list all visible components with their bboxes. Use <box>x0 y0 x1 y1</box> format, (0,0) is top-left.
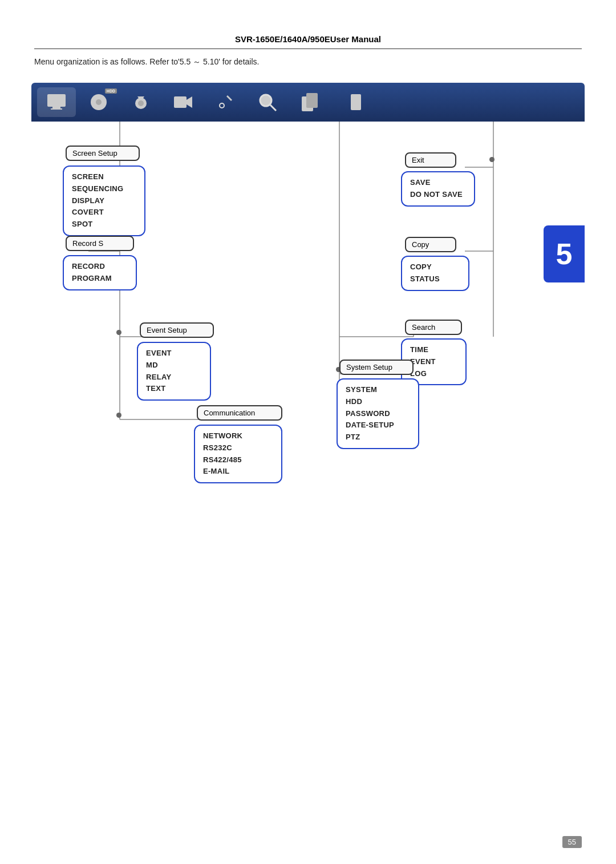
dot-comm <box>116 413 121 418</box>
svg-point-9 <box>260 95 271 106</box>
system-setup-submenu: SYSTEM HDD PASSWORD DATE-SETUP PTZ <box>337 378 419 449</box>
intro-text: Menu organization is as follows. Refer t… <box>34 57 259 67</box>
svg-rect-0 <box>47 94 66 107</box>
page-number: 55 <box>562 836 582 848</box>
exit-submenu: SAVE DO NOT SAVE <box>401 171 475 207</box>
svg-point-6 <box>138 100 144 106</box>
record-s-submenu: RECORD PROGRAM <box>63 255 137 290</box>
tools-icon[interactable] <box>206 87 245 117</box>
exit-header: Exit <box>405 152 456 168</box>
hdd-icon[interactable]: HDD <box>79 87 118 117</box>
menu-diagram: HDD <box>31 83 585 807</box>
copy-submenu: COPY STATUS <box>401 256 469 291</box>
search-zoom-icon[interactable] <box>248 87 287 117</box>
record-s-header: Record S <box>66 236 134 251</box>
svg-point-8 <box>220 103 224 108</box>
communication-submenu: NETWORK RS232C RS422/485 E-MAIL <box>194 425 282 483</box>
svg-rect-7 <box>174 96 187 108</box>
screen-setup-submenu: SCREEN SEQUENCING DISPLAY COVERT SPOT <box>63 165 145 236</box>
monitor-icon[interactable] <box>37 87 76 117</box>
dot-exit <box>489 157 495 162</box>
page-title: SVR-1650E/1640A/950EUser Manual <box>235 34 381 44</box>
copy-header: Copy <box>405 237 456 252</box>
record-icon[interactable] <box>164 87 202 117</box>
screen-setup-header: Screen Setup <box>66 146 140 161</box>
svg-rect-12 <box>306 93 318 108</box>
copy-toolbar-icon[interactable] <box>290 87 329 117</box>
svg-rect-1 <box>52 107 60 108</box>
hdd-badge: HDD <box>105 88 117 94</box>
svg-point-4 <box>96 99 102 105</box>
svg-rect-2 <box>51 108 62 110</box>
back-icon[interactable] <box>333 87 371 117</box>
chapter-tab: 5 <box>544 225 585 282</box>
svg-rect-13 <box>351 94 361 110</box>
page-header: SVR-1650E/1640A/950EUser Manual <box>34 34 582 49</box>
camera-icon[interactable] <box>121 87 160 117</box>
system-setup-header: System Setup <box>339 360 414 375</box>
toolbar: HDD <box>31 83 585 122</box>
event-setup-submenu: EVENT MD RELAY TEXT <box>137 342 211 401</box>
communication-header: Communication <box>197 405 282 421</box>
dot-event <box>116 330 121 335</box>
search-header: Search <box>405 320 462 335</box>
event-setup-header: Event Setup <box>140 322 214 338</box>
svg-line-10 <box>270 105 276 111</box>
